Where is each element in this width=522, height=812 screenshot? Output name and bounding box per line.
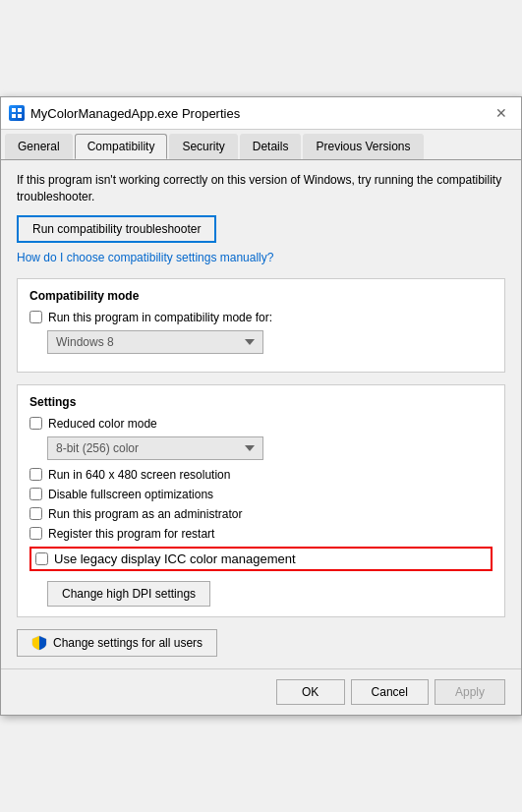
cancel-button[interactable]: Cancel <box>351 679 429 705</box>
compat-mode-label: Compatibility mode <box>29 289 493 303</box>
svg-rect-1 <box>18 108 22 112</box>
icc-row: Use legacy display ICC color management <box>29 547 493 571</box>
shield-icon <box>31 635 47 651</box>
reduced-color-row: Reduced color mode <box>29 417 493 431</box>
ok-button[interactable]: OK <box>276 679 345 705</box>
restart-label: Register this program for restart <box>48 527 214 541</box>
footer: OK Cancel Apply <box>1 668 521 715</box>
help-link[interactable]: How do I choose compatibility settings m… <box>17 251 505 264</box>
tab-compatibility[interactable]: Compatibility <box>75 134 168 159</box>
admin-row: Run this program as an administrator <box>29 507 493 521</box>
compat-mode-checkbox[interactable] <box>29 311 42 323</box>
compat-mode-checkbox-row: Run this program in compatibility mode f… <box>29 311 493 324</box>
restart-checkbox[interactable] <box>29 527 42 540</box>
fullscreen-label: Disable fullscreen optimizations <box>48 488 213 501</box>
apply-button[interactable]: Apply <box>435 679 505 705</box>
reduced-color-checkbox[interactable] <box>29 417 42 430</box>
admin-label: Run this program as an administrator <box>48 507 242 521</box>
svg-rect-0 <box>12 108 16 112</box>
tab-previous-versions[interactable]: Previous Versions <box>303 134 423 159</box>
app-icon <box>9 105 25 121</box>
window-title: MyColorManagedApp.exe Properties <box>30 106 240 121</box>
all-users-label: Change settings for all users <box>53 636 203 650</box>
compat-mode-dropdown[interactable]: Windows 8 Windows 7 Windows Vista Window… <box>47 330 263 354</box>
tab-content: If this program isn't working correctly … <box>1 160 521 668</box>
settings-section: Settings Reduced color mode 8-bit (256) … <box>17 384 505 617</box>
fullscreen-row: Disable fullscreen optimizations <box>29 488 493 501</box>
tab-details[interactable]: Details <box>240 134 302 159</box>
settings-label: Settings <box>29 395 493 409</box>
all-users-button[interactable]: Change settings for all users <box>17 629 217 657</box>
icc-checkbox[interactable] <box>35 552 48 565</box>
resolution-checkbox[interactable] <box>29 468 42 481</box>
restart-row: Register this program for restart <box>29 527 493 541</box>
reduced-color-label: Reduced color mode <box>48 417 157 431</box>
title-bar-left: MyColorManagedApp.exe Properties <box>9 105 240 121</box>
compat-mode-section: Compatibility mode Run this program in c… <box>17 278 505 373</box>
properties-window: MyColorManagedApp.exe Properties ✕ Gener… <box>0 96 522 716</box>
compat-mode-checkbox-label: Run this program in compatibility mode f… <box>48 311 272 324</box>
admin-checkbox[interactable] <box>29 507 42 520</box>
icc-label: Use legacy display ICC color management <box>54 551 296 566</box>
tab-general[interactable]: General <box>5 134 73 159</box>
color-dropdown[interactable]: 8-bit (256) color 16-bit color <box>47 436 263 460</box>
dpi-settings-button[interactable]: Change high DPI settings <box>47 581 210 607</box>
tab-bar: General Compatibility Security Details P… <box>1 130 521 160</box>
fullscreen-checkbox[interactable] <box>29 488 42 500</box>
close-button[interactable]: ✕ <box>490 103 513 123</box>
info-text: If this program isn't working correctly … <box>17 172 505 205</box>
title-bar: MyColorManagedApp.exe Properties ✕ <box>1 97 521 130</box>
svg-rect-3 <box>18 114 22 118</box>
svg-rect-2 <box>12 114 16 118</box>
tab-security[interactable]: Security <box>169 134 237 159</box>
troubleshoot-button[interactable]: Run compatibility troubleshooter <box>17 215 216 243</box>
resolution-label: Run in 640 x 480 screen resolution <box>48 468 230 482</box>
resolution-row: Run in 640 x 480 screen resolution <box>29 468 493 482</box>
